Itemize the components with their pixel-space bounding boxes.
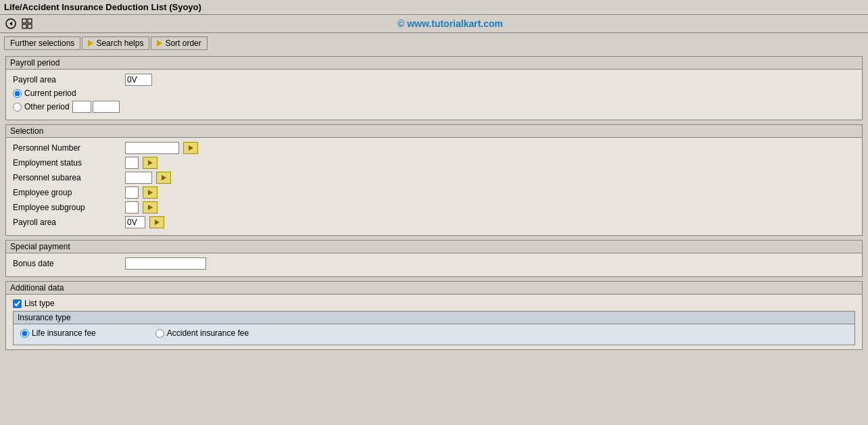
personnel-number-row: Personnel Number	[13, 142, 855, 154]
insurance-type-title: Insurance type	[14, 311, 854, 324]
arrow-icon-5	[148, 205, 153, 210]
selection-body: Personnel Number Employment status Perso…	[6, 138, 862, 235]
toolbar: © www.tutorialkart.com	[0, 15, 868, 33]
personnel-number-label: Personnel Number	[13, 143, 121, 153]
further-selections-label: Further selections	[10, 39, 74, 48]
additional-data-section: Additional data List type Insurance type…	[5, 281, 863, 350]
payroll-area-input[interactable]	[125, 74, 152, 86]
selection-payroll-area-input[interactable]	[125, 216, 145, 228]
insurance-type-section: Insurance type Life insurance fee Accide…	[13, 311, 855, 345]
back-icon[interactable]	[4, 17, 18, 30]
selection-section: Selection Personnel Number Employment st…	[5, 124, 863, 236]
other-period-row: Other period	[13, 101, 855, 113]
employment-status-row: Employment status	[13, 157, 855, 169]
main-content: Payroll period Payroll area Current peri…	[0, 53, 868, 357]
bonus-date-input[interactable]	[125, 257, 206, 270]
payroll-area-row: Payroll area	[13, 74, 855, 86]
svg-rect-4	[22, 24, 26, 28]
employee-group-input[interactable]	[125, 186, 139, 199]
title-bar: Life/Accident Insurance Deduction List (…	[0, 0, 868, 15]
personnel-subarea-label: Personnel subarea	[13, 173, 121, 182]
insurance-type-body: Life insurance fee Accident insurance fe…	[14, 324, 854, 345]
arrow-icon-search	[88, 40, 93, 47]
employee-subgroup-input[interactable]	[125, 201, 139, 214]
selection-title: Selection	[6, 125, 862, 138]
other-period-radio[interactable]	[13, 103, 22, 111]
current-period-row: Current period	[13, 89, 855, 98]
svg-rect-3	[28, 19, 32, 23]
special-payment-section: Special payment Bonus date	[5, 240, 863, 277]
arrow-icon-1	[189, 145, 193, 151]
selection-payroll-area-arrow-btn[interactable]	[149, 216, 164, 228]
current-period-label: Current period	[24, 89, 76, 98]
personnel-subarea-input[interactable]	[125, 172, 152, 184]
employee-subgroup-label: Employee subgroup	[13, 203, 121, 212]
employee-subgroup-arrow-btn[interactable]	[143, 201, 158, 214]
personnel-subarea-row: Personnel subarea	[13, 172, 855, 184]
employment-status-arrow-btn[interactable]	[143, 157, 158, 169]
arrow-icon-4	[148, 190, 153, 195]
selection-payroll-area-row: Payroll area	[13, 216, 855, 228]
life-insurance-radio[interactable]	[20, 329, 29, 338]
arrow-icon-3	[162, 175, 166, 180]
arrow-icon-2	[148, 160, 153, 166]
special-payment-body: Bonus date	[6, 253, 862, 276]
additional-data-body: List type Insurance type Life insurance …	[6, 295, 862, 349]
app-title: Life/Accident Insurance Deduction List (…	[4, 2, 201, 12]
payroll-area-label: Payroll area	[13, 75, 121, 84]
personnel-number-arrow-btn[interactable]	[183, 142, 198, 154]
payroll-period-body: Payroll area Current period Other period	[6, 70, 862, 120]
employment-status-input[interactable]	[125, 157, 139, 169]
search-helps-button[interactable]: Search helps	[82, 36, 149, 50]
employee-group-label: Employee group	[13, 188, 121, 197]
additional-data-title: Additional data	[6, 282, 862, 295]
period-input-2[interactable]	[93, 101, 120, 113]
insurance-options-row: Life insurance fee Accident insurance fe…	[20, 328, 848, 338]
svg-rect-5	[28, 24, 32, 28]
further-selections-button[interactable]: Further selections	[4, 36, 80, 50]
sort-order-button[interactable]: Sort order	[151, 36, 207, 50]
arrow-icon-sort	[157, 40, 162, 47]
payroll-period-title: Payroll period	[6, 57, 862, 70]
button-bar: Further selections Search helps Sort ord…	[0, 33, 868, 53]
employee-group-row: Employee group	[13, 186, 855, 199]
personnel-number-input[interactable]	[125, 142, 179, 154]
employment-status-label: Employment status	[13, 158, 121, 168]
accident-insurance-radio[interactable]	[155, 329, 164, 338]
accident-insurance-label: Accident insurance fee	[167, 328, 249, 338]
personnel-subarea-arrow-btn[interactable]	[156, 172, 171, 184]
employee-subgroup-row: Employee subgroup	[13, 201, 855, 214]
special-payment-title: Special payment	[6, 241, 862, 253]
list-type-checkbox[interactable]	[13, 299, 22, 308]
bonus-date-row: Bonus date	[13, 257, 855, 270]
sort-order-label: Sort order	[165, 39, 201, 48]
period-input-1[interactable]	[72, 101, 91, 113]
search-helps-label: Search helps	[96, 39, 143, 48]
list-type-row: List type	[13, 299, 855, 308]
employee-group-arrow-btn[interactable]	[143, 186, 158, 199]
svg-rect-2	[22, 19, 26, 23]
life-insurance-label: Life insurance fee	[32, 328, 96, 338]
other-period-inputs	[72, 101, 120, 113]
selection-payroll-area-label: Payroll area	[13, 218, 121, 227]
svg-marker-1	[9, 22, 12, 26]
other-period-label: Other period	[24, 102, 70, 111]
current-period-radio[interactable]	[13, 89, 22, 98]
list-type-label: List type	[24, 299, 55, 308]
watermark: © www.tutorialkart.com	[37, 18, 864, 29]
arrow-icon-6	[155, 220, 160, 225]
bonus-date-label: Bonus date	[13, 259, 121, 268]
payroll-period-section: Payroll period Payroll area Current peri…	[5, 56, 863, 120]
grid-icon[interactable]	[20, 17, 34, 30]
